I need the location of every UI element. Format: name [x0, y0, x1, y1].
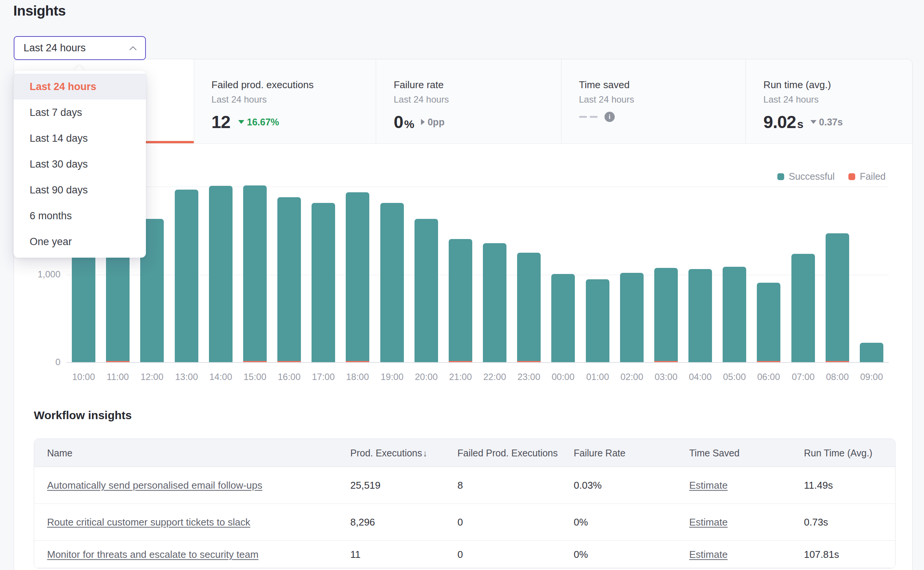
- metric-card-run-time-avg[interactable]: Run time (avg.)Last 24 hours9.02s0.37s: [746, 59, 912, 143]
- failure-rate-value: 0%: [574, 516, 588, 528]
- triangle-down-icon: [810, 120, 816, 124]
- metric-title: Failure rate: [394, 79, 550, 91]
- metric-value: 12: [212, 112, 231, 132]
- time-saved-estimate-link[interactable]: Estimate: [689, 548, 728, 560]
- bar-successful-segment: [860, 343, 883, 362]
- failure-rate-value: 0.03%: [574, 480, 602, 491]
- x-tick-label: 15:00: [236, 372, 274, 382]
- bar-successful-segment: [517, 253, 541, 361]
- legend-swatch-icon: [777, 173, 784, 180]
- column-header-failed-prod-executions[interactable]: Failed Prod. Executions: [457, 447, 558, 458]
- prod-executions-value: 8,296: [350, 516, 375, 528]
- time-range-option[interactable]: Last 14 days: [14, 125, 146, 151]
- bar-16:00: [277, 197, 301, 362]
- run-time-value: 0.73s: [804, 516, 828, 528]
- metric-cards-row: Failed prod. executionsLast 24 hours1216…: [14, 59, 912, 144]
- bar-successful-segment: [243, 185, 267, 361]
- time-range-select[interactable]: Last 24 hours: [14, 36, 146, 60]
- time-range-option[interactable]: Last 30 days: [14, 151, 146, 177]
- column-header-prod-executions[interactable]: Prod. Executions↓: [350, 447, 427, 458]
- chart-baseline: [66, 362, 889, 363]
- bar-05:00: [723, 267, 746, 362]
- metric-card-failed-prod-executions[interactable]: Failed prod. executionsLast 24 hours1216…: [194, 59, 377, 143]
- legend-item-successful[interactable]: Successful: [777, 171, 835, 182]
- column-header-name[interactable]: Name: [47, 447, 73, 458]
- x-tick-label: 18:00: [339, 372, 377, 382]
- time-saved-estimate-link[interactable]: Estimate: [689, 480, 728, 491]
- bar-successful-segment: [723, 267, 746, 362]
- column-header-time-saved[interactable]: Time Saved: [689, 447, 739, 458]
- x-tick-label: 20:00: [407, 372, 445, 382]
- column-header-run-time-avg-[interactable]: Run Time (Avg.): [804, 447, 872, 458]
- bar-18:00: [346, 192, 369, 362]
- insights-panel: Failed prod. executionsLast 24 hours1216…: [14, 59, 913, 570]
- bar-failed-segment: [106, 361, 130, 362]
- x-tick-label: 10:00: [65, 372, 103, 382]
- metric-title: Failed prod. executions: [212, 79, 365, 91]
- bar-14:00: [209, 186, 233, 362]
- x-tick-label: 09:00: [853, 372, 891, 382]
- bar-successful-segment: [415, 219, 438, 362]
- time-range-option[interactable]: Last 7 days: [14, 100, 146, 125]
- bar-failed-segment: [277, 361, 301, 362]
- failure-rate-value: 0%: [574, 548, 588, 560]
- chart-legend: Successful Failed: [777, 171, 886, 182]
- x-tick-label: 14:00: [202, 372, 240, 382]
- page-title: Insights: [13, 3, 66, 19]
- bar-23:00: [517, 253, 541, 362]
- bar-22:00: [483, 243, 506, 362]
- info-icon[interactable]: i: [604, 112, 615, 122]
- x-tick-label: 11:00: [99, 372, 137, 382]
- bar-successful-segment: [209, 186, 233, 362]
- chart-gridline: [66, 187, 889, 187]
- bar-successful-segment: [551, 274, 575, 362]
- bar-successful-segment: [277, 197, 301, 361]
- x-tick-label: 12:00: [133, 372, 171, 382]
- workflow-name-link[interactable]: Route critical customer support tickets …: [47, 516, 250, 528]
- metric-title: Run time (avg.): [763, 79, 901, 91]
- time-saved-estimate-link[interactable]: Estimate: [689, 516, 728, 528]
- x-tick-label: 13:00: [168, 372, 206, 382]
- legend-swatch-icon: [848, 173, 855, 180]
- legend-label: Failed: [860, 171, 886, 182]
- x-tick-label: 07:00: [784, 372, 822, 382]
- time-range-option[interactable]: Last 90 days: [14, 177, 146, 203]
- bar-20:00: [415, 219, 438, 362]
- bar-successful-segment: [791, 254, 815, 362]
- legend-item-failed[interactable]: Failed: [848, 171, 886, 182]
- column-header-failure-rate[interactable]: Failure Rate: [574, 447, 625, 458]
- table-row: Automatically send personalised email fo…: [34, 467, 895, 504]
- run-time-value: 11.49s: [804, 480, 833, 491]
- time-range-option[interactable]: Last 24 hours: [14, 74, 146, 100]
- bar-successful-segment: [826, 233, 849, 361]
- workflow-insights-heading: Workflow insights: [34, 409, 132, 422]
- metric-subtitle: Last 24 hours: [763, 94, 901, 105]
- bar-02:00: [620, 273, 644, 362]
- table-header-row: NameProd. Executions↓Failed Prod. Execut…: [34, 439, 895, 467]
- metric-card-failure-rate[interactable]: Failure rateLast 24 hours0%0pp: [376, 59, 562, 143]
- prod-executions-value: 11: [350, 548, 361, 560]
- metric-value: 9.02s: [763, 112, 803, 132]
- x-tick-label: 22:00: [476, 372, 514, 382]
- bar-successful-segment: [688, 269, 712, 362]
- workflow-name-link[interactable]: Automatically send personalised email fo…: [47, 480, 263, 491]
- triangle-down-icon: [238, 120, 244, 124]
- workflow-name-link[interactable]: Monitor for threats and escalate to secu…: [47, 548, 258, 560]
- metric-title: Time saved: [579, 79, 734, 91]
- failed-prod-executions-value: 0: [457, 516, 463, 528]
- time-range-option[interactable]: One year: [14, 229, 146, 255]
- workflow-insights-table: NameProd. Executions↓Failed Prod. Execut…: [34, 439, 896, 568]
- x-tick-label: 00:00: [544, 372, 582, 382]
- bar-failed-segment: [449, 361, 472, 362]
- bar-07:00: [791, 254, 815, 362]
- metric-card-time-saved[interactable]: Time savedLast 24 hoursi: [562, 59, 746, 143]
- time-range-option[interactable]: 6 months: [14, 203, 146, 229]
- bar-successful-segment: [449, 239, 472, 361]
- bar-successful-segment: [586, 279, 609, 362]
- bar-15:00: [243, 185, 267, 362]
- bar-successful-segment: [380, 203, 404, 362]
- table-row: Monitor for threats and escalate to secu…: [34, 541, 895, 568]
- bar-successful-segment: [175, 190, 198, 362]
- failed-prod-executions-value: 0: [457, 548, 463, 560]
- bar-06:00: [757, 283, 780, 362]
